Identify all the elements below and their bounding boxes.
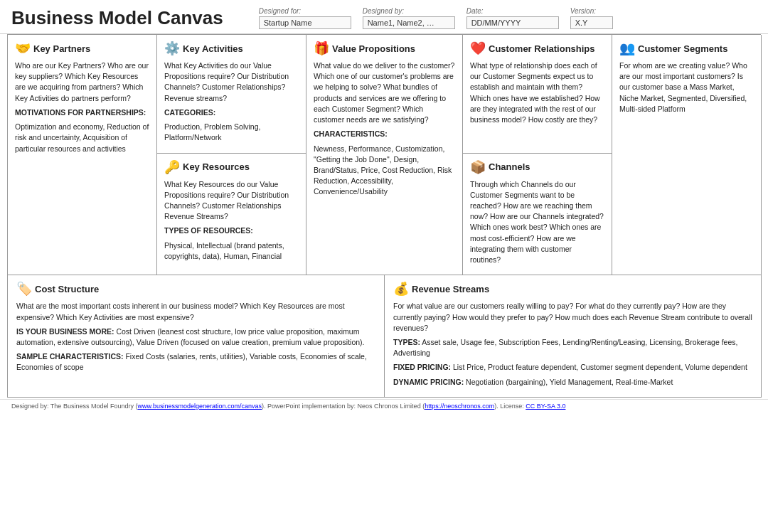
- cost-sample-title: SAMPLE CHARACTERISTICS:: [16, 352, 124, 361]
- key-activities-title: ⚙️ Key Activities: [164, 41, 299, 56]
- key-resources-title: 🔑 Key Resources: [164, 159, 299, 175]
- key-partners-motivations-title: MOTIVATIONS FOR PARTNERSHIPS:: [15, 108, 146, 117]
- cost-driven-title: IS YOUR BUSINESS MORE:: [16, 327, 114, 336]
- channels-title: 📦 Channels: [470, 159, 604, 175]
- revenue-streams-cell: 💰 Revenue Streams For what value are our…: [385, 275, 762, 398]
- cost-structure-questions: What are the most important costs inhere…: [16, 301, 375, 322]
- key-resources-questions: What Key Resources do our Value Proposit…: [164, 179, 299, 223]
- customer-segments-title: 👥 Customer Segments: [619, 41, 754, 56]
- customer-relationships-questions: What type of relationship does each of o…: [470, 60, 604, 125]
- designed-by-label: Designed by:: [363, 7, 455, 15]
- cost-structure-cell: 🏷️ Cost Structure What are the most impo…: [8, 275, 385, 398]
- value-propositions-char-title: CHARACTERISTICS:: [314, 129, 388, 138]
- revenue-fixed-title: FIXED PRICING:: [393, 363, 451, 371]
- key-activities-categories-title: CATEGORIES:: [164, 108, 215, 117]
- key-resources-body: What Key Resources do our Value Proposit…: [164, 179, 299, 262]
- customer-relationships-title: ❤️ Customer Relationships: [470, 41, 604, 56]
- channels-body: Through which Channels do our Customer S…: [470, 179, 604, 266]
- revenue-streams-icon: 💰: [393, 281, 409, 297]
- channels-cell: 📦 Channels Through which Channels do our…: [463, 154, 612, 276]
- footer-text2: ). PowerPoint implementation by: Neos Ch…: [262, 403, 425, 410]
- customer-relationships-cell: ❤️ Customer Relationships What type of r…: [463, 35, 612, 154]
- designed-by-field: Designed by:: [363, 7, 455, 29]
- date-input[interactable]: [466, 16, 559, 29]
- key-activities-cell: ⚙️ Key Activities What Key Activities do…: [157, 35, 306, 154]
- customer-segments-icon: 👥: [619, 41, 635, 56]
- revenue-fixed-text: List Price, Product feature dependent, C…: [453, 363, 747, 371]
- revenue-streams-title: 💰 Revenue Streams: [393, 281, 752, 297]
- footer: Designed by: The Business Model Foundry …: [0, 399, 768, 413]
- customer-relationships-body: What type of relationship does each of o…: [470, 60, 604, 125]
- customer-segments-cell: 👥 Customer Segments For whom are we crea…: [612, 35, 762, 275]
- key-partners-icon: 🤝: [15, 41, 31, 56]
- version-input[interactable]: [570, 16, 613, 29]
- key-activities-questions: What Key Activities do our Value Proposi…: [164, 60, 299, 104]
- revenue-streams-body: For what value are our customers really …: [393, 301, 752, 388]
- value-propositions-questions: What value do we deliver to the customer…: [314, 60, 455, 125]
- cost-structure-icon: 🏷️: [16, 281, 32, 297]
- key-partners-motivations: Optimization and economy, Reduction of r…: [15, 122, 149, 154]
- key-resources-types-title: TYPES OF RESOURCES:: [164, 226, 253, 235]
- header: Business Model Canvas Designed for: Desi…: [0, 0, 768, 34]
- designed-for-input[interactable]: [259, 16, 351, 29]
- header-fields: Designed for: Designed by: Date: Version…: [259, 7, 757, 29]
- cost-structure-title: 🏷️ Cost Structure: [16, 281, 375, 297]
- date-field: Date:: [466, 7, 559, 29]
- customer-segments-questions: For whom are we creating value? Who are …: [619, 60, 754, 115]
- page-title: Business Model Canvas: [11, 7, 223, 29]
- designed-for-field: Designed for:: [259, 7, 351, 29]
- canvas-grid: 🤝 Key Partners Who are our Key Partners?…: [7, 34, 761, 275]
- designed-by-input[interactable]: [363, 16, 455, 29]
- key-resources-cell: 🔑 Key Resources What Key Resources do ou…: [157, 154, 306, 276]
- customer-relationships-icon: ❤️: [470, 41, 486, 56]
- footer-link2[interactable]: https://neoschronos.com: [425, 403, 494, 410]
- revenue-types-text: Asset sale, Usage fee, Subscription Fees…: [393, 338, 737, 357]
- customer-segments-body: For whom are we creating value? Who are …: [619, 60, 754, 115]
- channels-questions: Through which Channels do our Customer S…: [470, 179, 604, 266]
- date-label: Date:: [466, 7, 559, 15]
- key-activities-body: What Key Activities do our Value Proposi…: [164, 60, 299, 144]
- channels-icon: 📦: [470, 159, 486, 175]
- version-label: Version:: [570, 7, 613, 15]
- key-partners-cell: 🤝 Key Partners Who are our Key Partners?…: [8, 35, 157, 275]
- value-propositions-icon: 🎁: [314, 41, 329, 56]
- value-propositions-cell: 🎁 Value Propositions What value do we de…: [306, 35, 463, 275]
- revenue-types-title: TYPES:: [393, 338, 420, 346]
- key-partners-title: 🤝 Key Partners: [15, 41, 149, 56]
- key-partners-body: Who are our Key Partners? Who are our ke…: [15, 60, 149, 154]
- key-resources-types: Physical, Intellectual (brand patents, c…: [164, 240, 299, 262]
- cost-structure-body: What are the most important costs inhere…: [16, 301, 375, 373]
- revenue-dynamic-text: Negotiation (bargaining), Yield Manageme…: [466, 378, 673, 386]
- value-propositions-body: What value do we deliver to the customer…: [314, 60, 455, 198]
- key-resources-icon: 🔑: [164, 159, 180, 175]
- footer-text3: ). License:: [494, 403, 526, 410]
- revenue-streams-questions: For what value are our customers really …: [393, 301, 752, 334]
- footer-link1[interactable]: www.businessmodelgeneration.com/canvas: [137, 403, 262, 410]
- bottom-grid: 🏷️ Cost Structure What are the most impo…: [7, 275, 761, 398]
- value-propositions-title: 🎁 Value Propositions: [314, 41, 455, 56]
- designed-for-label: Designed for:: [259, 7, 351, 15]
- key-activities-categories: Production, Problem Solving, Platform/Ne…: [164, 122, 299, 143]
- key-partners-questions: Who are our Key Partners? Who are our ke…: [15, 60, 149, 104]
- footer-text1: Designed by: The Business Model Foundry …: [11, 403, 137, 410]
- version-field: Version:: [570, 7, 613, 29]
- value-propositions-characteristics: Newness, Performance, Customization, "Ge…: [314, 144, 455, 198]
- revenue-dynamic-title: DYNAMIC PRICING:: [393, 378, 464, 386]
- footer-link3[interactable]: CC BY-SA 3.0: [526, 403, 565, 410]
- key-activities-icon: ⚙️: [164, 41, 180, 56]
